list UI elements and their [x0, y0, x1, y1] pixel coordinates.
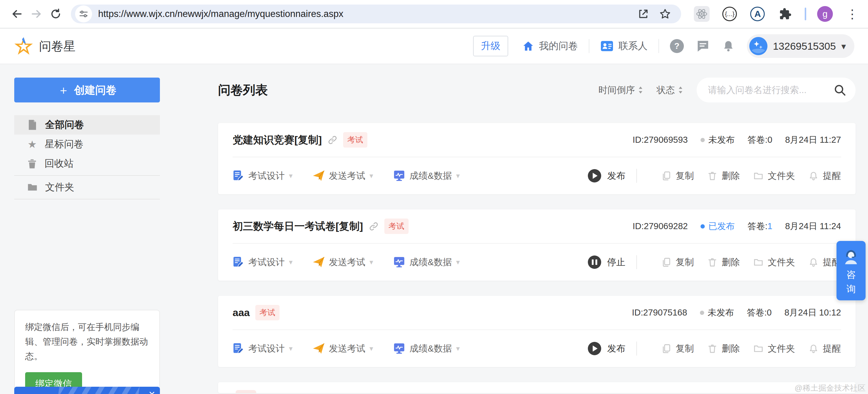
reader-extension[interactable]: A — [749, 5, 766, 22]
folder-outline-icon — [753, 257, 764, 267]
stop-button[interactable]: 停止 — [588, 255, 625, 269]
nav-my-questionnaires[interactable]: 我的问卷 — [522, 39, 578, 53]
scores-data-dropdown[interactable]: 成绩&数据 ▾ — [393, 170, 460, 182]
publish-label: 发布 — [607, 170, 625, 182]
bookmark-button[interactable] — [656, 5, 674, 23]
card-actions-row: 考试设计 ▾ 发送考试 ▾ 成绩&数据 ▾ — [232, 330, 841, 367]
send-exam-label: 发送考试 — [329, 170, 365, 182]
paper-plane-icon — [313, 342, 325, 355]
sidebar-item-trash[interactable]: 回收站 — [14, 154, 160, 173]
link-icon[interactable] — [369, 221, 379, 231]
folder-label: 文件夹 — [768, 342, 795, 355]
copy-button[interactable]: 复制 — [661, 256, 694, 269]
url-text[interactable]: https://www.wjx.cn/newwjx/manage/myquest… — [98, 8, 630, 20]
status-badge: 未发布 — [700, 307, 734, 319]
publish-button[interactable]: 发布 — [588, 342, 625, 355]
braces-icon: {…} — [722, 7, 737, 21]
search-icon[interactable] — [833, 83, 846, 97]
chevron-down-icon: ▾ — [456, 172, 460, 180]
remind-button[interactable]: 提醒 — [808, 342, 841, 355]
send-exam-dropdown[interactable]: 发送考试 ▾ — [313, 342, 373, 355]
sidebar: ＋ 创建问卷 全部问卷 ★ 星标问卷 回收站 文件夹 — [14, 78, 160, 201]
sidebar-item-label: 文件夹 — [45, 180, 74, 194]
extensions-menu-button[interactable] — [777, 5, 794, 22]
remind-button[interactable]: 提醒 — [808, 256, 841, 269]
logo-text: 问卷星 — [39, 38, 75, 55]
delete-button[interactable]: 删除 — [707, 256, 740, 269]
folder-button[interactable]: 文件夹 — [753, 256, 795, 269]
delete-button[interactable]: 删除 — [707, 342, 740, 355]
chat-icon — [696, 39, 710, 53]
notifications-button[interactable] — [722, 39, 735, 53]
folder-button[interactable]: 文件夹 — [753, 342, 795, 355]
sidebar-divider — [14, 199, 160, 199]
copy-button[interactable]: 复制 — [661, 170, 694, 182]
wjx-logo[interactable]: 问卷星 — [13, 36, 75, 56]
sort-by-status[interactable]: 状态 — [657, 84, 683, 96]
link-icon[interactable] — [328, 135, 338, 145]
site-info-button[interactable] — [75, 5, 92, 22]
close-icon[interactable]: × — [149, 388, 155, 394]
publish-button[interactable]: 发布 — [588, 169, 625, 182]
sidebar-item-starred[interactable]: ★ 星标问卷 — [14, 135, 160, 154]
send-exam-dropdown[interactable]: 发送考试 ▾ — [313, 256, 373, 269]
sort-by-time[interactable]: 时间倒序 — [598, 84, 643, 96]
react-devtools-extension[interactable] — [693, 5, 710, 22]
account-menu[interactable]: 13269515305 ▾ — [747, 34, 855, 58]
promo-banner[interactable]: × — [14, 387, 160, 394]
exam-tag: 考试 — [384, 219, 408, 234]
browser-menu-button[interactable]: ⋮ — [844, 8, 861, 20]
sidebar-divider — [14, 175, 160, 176]
exam-design-label: 考试设计 — [248, 342, 285, 355]
browser-back-button[interactable] — [7, 4, 27, 24]
exam-design-dropdown[interactable]: 考试设计 ▾ — [232, 256, 292, 269]
delete-label: 删除 — [722, 170, 740, 182]
search-input[interactable] — [708, 85, 833, 95]
consult-widget[interactable]: 咨 询 — [837, 241, 866, 300]
chevron-down-icon: ▾ — [370, 258, 373, 266]
exam-design-dropdown[interactable]: 考试设计 ▾ — [232, 342, 292, 355]
header-divider — [589, 39, 589, 53]
exam-design-dropdown[interactable]: 考试设计 ▾ — [232, 170, 292, 182]
delete-label: 删除 — [722, 256, 740, 269]
share-button[interactable] — [634, 5, 652, 23]
stop-label: 停止 — [607, 256, 625, 269]
remind-button[interactable]: 提醒 — [808, 170, 841, 182]
browser-forward-button[interactable] — [27, 4, 46, 24]
browser-reload-button[interactable] — [46, 4, 65, 24]
create-questionnaire-button[interactable]: ＋ 创建问卷 — [14, 78, 160, 103]
scores-data-dropdown[interactable]: 成绩&数据 ▾ — [393, 256, 460, 269]
search-box[interactable] — [696, 78, 856, 103]
questionnaire-title[interactable]: 党建知识竞赛[复制] — [232, 133, 322, 147]
send-exam-dropdown[interactable]: 发送考试 ▾ — [313, 170, 373, 182]
browser-profile-avatar[interactable]: g — [817, 6, 833, 22]
sidebar-item-folders[interactable]: 文件夹 — [14, 177, 160, 197]
card-date: 8月24日 11:24 — [785, 220, 841, 232]
help-button[interactable]: ? — [670, 39, 684, 53]
status-dot-icon — [701, 138, 705, 142]
upgrade-button[interactable]: 升级 — [473, 36, 508, 56]
address-bar[interactable]: https://www.wjx.cn/newwjx/manage/myquest… — [71, 4, 681, 23]
questionnaire-id: ID:279069593 — [633, 135, 688, 145]
bell-outline-icon — [808, 171, 818, 181]
remind-label: 提醒 — [823, 342, 841, 355]
delete-button[interactable]: 删除 — [707, 170, 740, 182]
copy-button[interactable]: 复制 — [661, 342, 694, 355]
questionnaire-card: 党建知识竞赛[复制] 考试 ID:279069593 未发布 答卷:0 8月24… — [218, 123, 856, 194]
data-monitor-icon — [393, 170, 405, 182]
card-date: 8月24日 10:12 — [784, 307, 841, 319]
answers-count: 答卷:0 — [747, 134, 772, 146]
site-header: 问卷星 升级 我的问卷 联系人 ? 13269515305 ▾ — [0, 28, 868, 64]
remind-label: 提醒 — [823, 170, 841, 182]
folder-button[interactable]: 文件夹 — [753, 170, 795, 182]
questionnaire-title[interactable]: 初三数学每日一考试卷[复制] — [232, 219, 363, 233]
questionnaire-title[interactable]: aaa — [232, 307, 250, 318]
feedback-button[interactable] — [696, 39, 710, 53]
braces-extension[interactable]: {…} — [721, 5, 738, 22]
sidebar-item-all[interactable]: 全部问卷 — [14, 115, 160, 135]
nav-contacts[interactable]: 联系人 — [600, 39, 648, 53]
chevron-down-icon: ▾ — [370, 172, 373, 180]
scores-data-dropdown[interactable]: 成绩&数据 ▾ — [393, 342, 460, 355]
reload-icon — [50, 8, 62, 20]
answers-count: 答卷:0 — [747, 307, 772, 319]
